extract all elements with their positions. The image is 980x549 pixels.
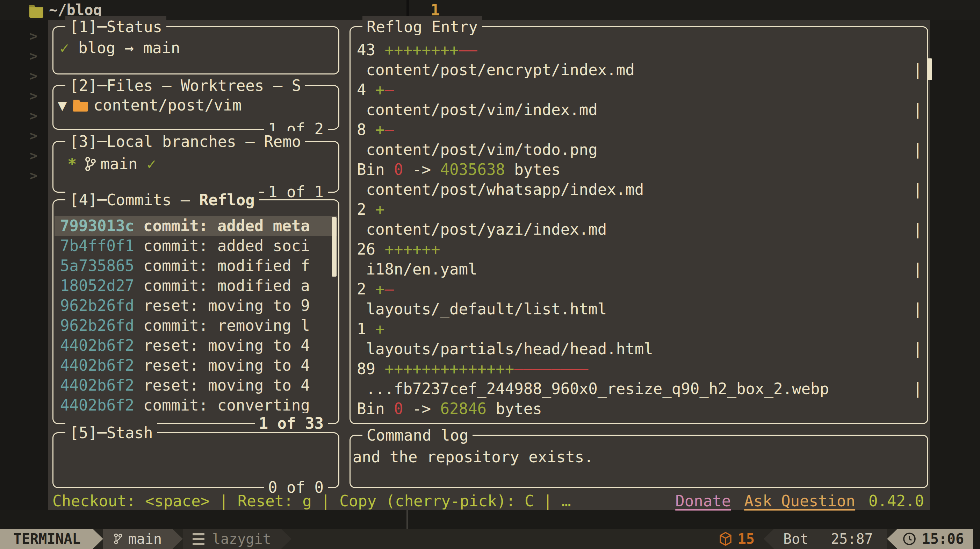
commit-row[interactable]: 4402b6f2reset: moving to 4 — [54, 375, 337, 395]
panel-status-title: [1]─Status — [65, 16, 166, 38]
pane-divider-lower — [406, 510, 408, 529]
statusline-program: lazygit — [183, 529, 281, 549]
keybinding-bar: Checkout: <space> | Reset: g | Copy (che… — [52, 493, 926, 509]
repo-status: blog → main — [78, 38, 180, 58]
ask-question-link[interactable]: Ask Question — [744, 493, 855, 509]
prompt-chevron-icon: > — [27, 66, 41, 86]
prompt-chevron-icon: > — [27, 46, 41, 66]
panel-branches[interactable]: [3]─Local branches – Remo * main ✓ 1 of … — [52, 141, 339, 193]
panel-command-log-title: Command log — [363, 425, 473, 446]
diff-file-line: content/post/whatsapp/index.md| — [357, 179, 922, 199]
diff-stat-line: Bin 0 -> 62846 bytes — [357, 399, 922, 418]
commit-row[interactable]: 18052d27commit: modified a — [54, 276, 337, 295]
diff-file-line: layouts/partials/head/head.html| — [357, 339, 922, 359]
diff-stat-line: 89 ++++++++++++++–––––––– — [357, 359, 922, 379]
diff-stat-lines: 43 ++++++++–– content/post/encrypt/index… — [357, 40, 922, 418]
screen: ~/blog 1 >>>>>>>> [1]─Status ✓ blog → ma… — [0, 0, 980, 549]
prompt-gutter: >>>>>>>> — [0, 20, 48, 510]
reflog-commit-list: 7993013ccommit: added meta7b4ff0f1commit… — [54, 216, 337, 415]
statusline: TERMINAL main lazygit 15 Bot25:87 — [0, 529, 980, 549]
branch-icon — [84, 156, 97, 171]
prompt-chevron-icon: > — [27, 106, 41, 126]
diff-stat-line: 2 +– — [357, 279, 922, 299]
collapse-arrow-icon[interactable]: ▼ — [58, 95, 67, 115]
diff-file-line: content/post/encrypt/index.md| — [357, 60, 922, 80]
folder-icon — [73, 98, 89, 112]
panel-stash-title: [5]─Stash — [65, 422, 157, 444]
diff-file-line: content/post/yazi/index.md| — [357, 219, 922, 239]
diff-stat-line: Bin 0 -> 4035638 bytes — [357, 160, 922, 179]
prompt-chevron-icon: > — [27, 126, 41, 146]
commit-row[interactable]: 4402b6f2reset: moving to 4 — [54, 355, 337, 375]
panel-files-title: [2]─Files – Worktrees – S — [65, 75, 305, 96]
status-check-icon: ✓ — [60, 38, 69, 58]
panel-stash[interactable]: [5]─Stash 0 of 0 — [52, 432, 339, 488]
powerline-separator — [281, 529, 291, 549]
package-cube-icon — [719, 531, 732, 546]
commits-scrollbar[interactable] — [332, 217, 337, 277]
active-tab-reflog[interactable]: Reflog — [199, 191, 255, 209]
panel-reflog-entry-title: Reflog Entry — [363, 16, 482, 38]
keybinding-hints: Checkout: <space> | Reset: g | Copy (che… — [52, 493, 571, 509]
panel-commits-reflog[interactable]: [4]─Commits – Reflog 7993013ccommit: add… — [52, 199, 339, 424]
command-log-text: and the repository exists. — [353, 447, 593, 467]
spacer — [137, 154, 147, 174]
reflog-scrollbar[interactable] — [927, 58, 932, 80]
diff-stat-line: 8 +– — [357, 120, 922, 139]
powerline-separator — [92, 529, 103, 549]
powerline-separator — [887, 529, 897, 549]
donate-link[interactable]: Donate — [675, 493, 731, 509]
statusline-endcap — [973, 529, 980, 549]
menu-icon — [192, 533, 204, 545]
commit-row[interactable]: 962b26fdcommit: removing l — [54, 315, 337, 335]
lazygit-window: [1]─Status ✓ blog → main [2]─Files – Wor… — [48, 20, 930, 510]
powerline-separator — [764, 529, 774, 549]
panel-branches-title: [3]─Local branches – Remo — [65, 131, 305, 152]
statusline-branch[interactable]: main — [103, 529, 172, 549]
commit-row[interactable]: 5a735865commit: modified f — [54, 255, 337, 276]
statusline-bot-timer: Bot25:87 — [774, 529, 887, 549]
diff-file-line: ...fb7237cef_244988_960x0_resize_q90_h2_… — [357, 379, 922, 399]
branch-icon — [114, 533, 123, 545]
folder-icon — [29, 3, 44, 19]
prompt-chevron-icon: > — [27, 26, 41, 46]
diff-file-line: i18n/en.yaml| — [357, 259, 922, 279]
status-branch-text — [69, 38, 79, 58]
prompt-chevron-icon: > — [27, 86, 41, 106]
version-label: 0.42.0 — [869, 493, 924, 509]
commit-row[interactable]: 4402b6f2commit: converting — [54, 395, 337, 415]
commit-row-selected[interactable]: 7993013ccommit: added meta — [54, 216, 337, 236]
diff-stat-line: 4 +– — [357, 80, 922, 100]
file-dir-name[interactable]: content/post/vim — [94, 95, 242, 115]
clock-icon — [902, 532, 916, 546]
prompt-chevron-icon: > — [27, 146, 41, 166]
diff-file-line: content/post/vim/index.md| — [357, 100, 922, 120]
diff-stat-line: 2 + — [357, 199, 922, 219]
powerline-separator — [172, 529, 183, 549]
statusline-clock: 15:06 — [897, 529, 973, 549]
branch-name[interactable]: main — [101, 154, 138, 174]
commit-row[interactable]: 4402b6f2reset: moving to 4 — [54, 335, 337, 355]
panel-files[interactable]: [2]─Files – Worktrees – S ▼ content/post… — [52, 85, 339, 130]
diff-stat-line: 43 ++++++++–– — [357, 40, 922, 60]
panel-command-log[interactable]: Command log and the repository exists. — [350, 435, 928, 488]
diff-file-line: layouts/_default/list.html| — [357, 299, 922, 319]
diff-file-line: content/post/vim/todo.png| — [357, 139, 922, 160]
branch-check-icon: ✓ — [147, 154, 156, 174]
panel-status[interactable]: [1]─Status ✓ blog → main — [52, 26, 339, 75]
panel-reflog-entry[interactable]: Reflog Entry 43 ++++++++–– content/post/… — [350, 26, 928, 424]
commit-row[interactable]: 7b4ff0f1commit: added soci — [54, 236, 337, 255]
diff-stat-line: 26 ++++++ — [357, 239, 922, 259]
plugin-count[interactable]: 15 — [716, 529, 764, 549]
mode-indicator: TERMINAL — [0, 529, 92, 549]
panel-commits-count: 1 of 33 — [255, 413, 328, 434]
prompt-chevron-icon: > — [27, 166, 41, 186]
current-branch-star: * — [67, 154, 77, 174]
diff-stat-line: 1 + — [357, 319, 922, 339]
commit-row[interactable]: 962b26fdreset: moving to 9 — [54, 295, 337, 315]
panel-commits-title: [4]─Commits – Reflog — [65, 189, 259, 211]
